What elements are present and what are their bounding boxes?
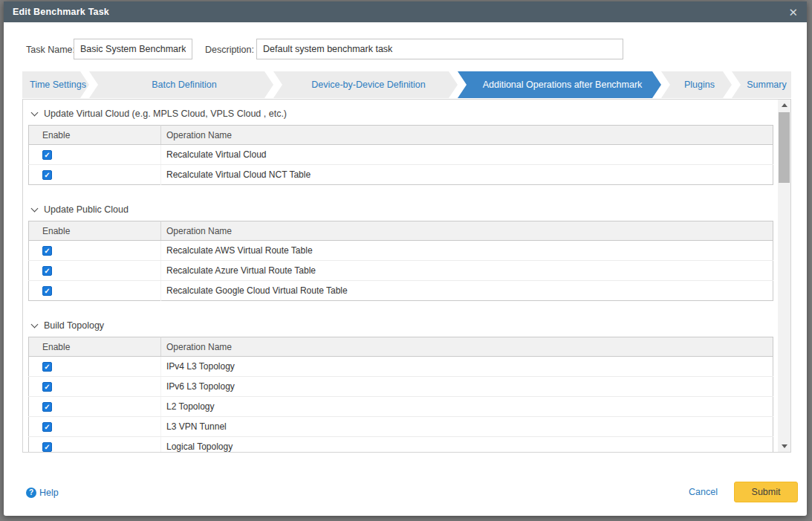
description-input[interactable] bbox=[256, 39, 623, 59]
checkmark-icon: ✓ bbox=[43, 287, 51, 296]
operation-section: Build Topology Enable Operation Name ✓ I… bbox=[28, 320, 773, 452]
checkmark-icon: ✓ bbox=[43, 363, 51, 372]
wizard-tab-summary[interactable]: Summary bbox=[732, 71, 791, 98]
help-label: Help bbox=[39, 488, 59, 498]
wizard-tab-time-settings[interactable]: Time Settings bbox=[22, 71, 89, 98]
operation-row: ✓ IPv6 L3 Topology bbox=[29, 377, 773, 397]
help-link[interactable]: ? Help bbox=[26, 488, 59, 498]
edit-benchmark-task-dialog: Edit Benchmark Task ✕ Task Name: Descrip… bbox=[4, 1, 807, 516]
table-header-row: Enable Operation Name bbox=[29, 221, 773, 241]
description-label: Description: bbox=[205, 45, 254, 55]
wizard-tabbar: Time SettingsBatch DefinitionDevice-by-D… bbox=[22, 71, 791, 98]
operation-name: Recalculate Virtual Cloud NCT Table bbox=[161, 165, 773, 185]
dialog-footer: ? Help Cancel Submit bbox=[4, 474, 807, 516]
operation-name-column-header: Operation Name bbox=[161, 126, 773, 145]
checkmark-icon: ✓ bbox=[43, 443, 51, 452]
dialog-titlebar: Edit Benchmark Task ✕ bbox=[4, 1, 807, 22]
scrollbar-thumb[interactable] bbox=[779, 112, 790, 183]
page-backdrop: Edit Benchmark Task ✕ Task Name: Descrip… bbox=[0, 0, 812, 521]
operations-table: Enable Operation Name ✓ Recalculate AWS … bbox=[28, 221, 773, 301]
checkmark-icon: ✓ bbox=[43, 247, 51, 256]
enable-checkbox[interactable]: ✓ bbox=[42, 246, 52, 256]
operation-section: Update Public Cloud Enable Operation Nam… bbox=[28, 204, 773, 301]
operation-row: ✓ L3 VPN Tunnel bbox=[29, 417, 773, 437]
task-form-row: Task Name: Description: bbox=[4, 22, 807, 67]
operation-name: IPv4 L3 Topology bbox=[161, 357, 773, 377]
enable-checkbox[interactable]: ✓ bbox=[42, 422, 52, 432]
operation-name-column-header: Operation Name bbox=[161, 221, 773, 241]
checkmark-icon: ✓ bbox=[43, 423, 51, 432]
section-title: Build Topology bbox=[44, 320, 104, 331]
checkmark-icon: ✓ bbox=[43, 151, 51, 160]
operation-row: ✓ Recalculate AWS Virtual Route Table bbox=[29, 241, 773, 261]
cancel-button[interactable]: Cancel bbox=[689, 487, 718, 497]
enable-column-header: Enable bbox=[29, 337, 161, 357]
operations-table: Enable Operation Name ✓ Recalculate Virt… bbox=[28, 125, 773, 185]
operation-name: L2 Topology bbox=[161, 397, 773, 417]
section-header[interactable]: Build Topology bbox=[30, 320, 773, 331]
table-header-row: Enable Operation Name bbox=[29, 337, 773, 357]
section-title: Update Virtual Cloud (e.g. MPLS Cloud, V… bbox=[44, 109, 287, 119]
enable-checkbox[interactable]: ✓ bbox=[42, 362, 52, 372]
checkmark-icon: ✓ bbox=[43, 383, 51, 392]
dialog-title: Edit Benchmark Task bbox=[13, 7, 109, 17]
operation-name: Recalculate Virtual Cloud bbox=[161, 145, 773, 165]
wizard-tab-device-by-device-definition[interactable]: Device-by-Device Definition bbox=[273, 71, 458, 98]
enable-checkbox[interactable]: ✓ bbox=[42, 150, 52, 160]
content-panel: Update Virtual Cloud (e.g. MPLS Cloud, V… bbox=[22, 99, 791, 453]
operation-row: ✓ Recalculate Virtual Cloud NCT Table bbox=[29, 165, 773, 185]
scroll-up-arrow-icon[interactable] bbox=[778, 100, 790, 111]
section-title: Update Public Cloud bbox=[44, 204, 129, 215]
operation-name: L3 VPN Tunnel bbox=[161, 417, 773, 437]
vertical-scrollbar[interactable] bbox=[778, 100, 790, 452]
section-header[interactable]: Update Virtual Cloud (e.g. MPLS Cloud, V… bbox=[30, 109, 773, 119]
wizard-tab-batch-definition[interactable]: Batch Definition bbox=[89, 71, 273, 98]
scroll-viewport: Update Virtual Cloud (e.g. MPLS Cloud, V… bbox=[23, 100, 778, 452]
close-icon[interactable]: ✕ bbox=[788, 7, 798, 18]
operation-row: ✓ IPv4 L3 Topology bbox=[29, 357, 773, 377]
task-name-label: Task Name: bbox=[26, 45, 75, 55]
operation-name: IPv6 L3 Topology bbox=[161, 377, 773, 397]
operation-row: ✓ Recalculate Google Cloud Virtual Route… bbox=[29, 281, 773, 301]
operation-name-column-header: Operation Name bbox=[161, 337, 773, 357]
enable-checkbox[interactable]: ✓ bbox=[42, 266, 52, 276]
operations-table: Enable Operation Name ✓ IPv4 L3 Topology… bbox=[28, 337, 773, 452]
enable-checkbox[interactable]: ✓ bbox=[42, 170, 52, 180]
operation-row: ✓ L2 Topology bbox=[29, 397, 773, 417]
wizard-tab-additional-operations-after-benchmark[interactable]: Additional Operations after Benchmark bbox=[458, 71, 661, 98]
operation-section: Update Virtual Cloud (e.g. MPLS Cloud, V… bbox=[28, 109, 773, 185]
submit-button[interactable]: Submit bbox=[734, 482, 798, 502]
enable-column-header: Enable bbox=[29, 126, 161, 145]
footer-actions: Cancel Submit bbox=[689, 482, 798, 502]
enable-checkbox[interactable]: ✓ bbox=[42, 402, 52, 412]
chevron-down-icon bbox=[31, 109, 39, 116]
checkmark-icon: ✓ bbox=[43, 267, 51, 276]
table-header-row: Enable Operation Name bbox=[29, 126, 773, 145]
operation-name: Recalculate Azure Virtual Route Table bbox=[161, 261, 773, 281]
operation-name: Logical Topology bbox=[161, 437, 773, 453]
question-icon: ? bbox=[26, 488, 36, 498]
enable-checkbox[interactable]: ✓ bbox=[42, 382, 52, 392]
enable-column-header: Enable bbox=[29, 221, 161, 241]
wizard-tab-plugins[interactable]: Plugins bbox=[661, 71, 732, 98]
checkmark-icon: ✓ bbox=[43, 171, 51, 180]
chevron-down-icon bbox=[31, 204, 39, 212]
operation-row: ✓ Recalculate Virtual Cloud bbox=[29, 145, 773, 165]
operation-row: ✓ Logical Topology bbox=[29, 437, 773, 453]
chevron-down-icon bbox=[31, 320, 39, 328]
enable-checkbox[interactable]: ✓ bbox=[42, 286, 52, 296]
task-name-input[interactable] bbox=[74, 39, 192, 59]
section-header[interactable]: Update Public Cloud bbox=[30, 204, 773, 215]
enable-checkbox[interactable]: ✓ bbox=[42, 442, 52, 452]
operation-name: Recalculate Google Cloud Virtual Route T… bbox=[161, 281, 773, 301]
scroll-down-arrow-icon[interactable] bbox=[778, 441, 790, 452]
operation-name: Recalculate AWS Virtual Route Table bbox=[161, 241, 773, 261]
checkmark-icon: ✓ bbox=[43, 403, 51, 412]
operation-row: ✓ Recalculate Azure Virtual Route Table bbox=[29, 261, 773, 281]
